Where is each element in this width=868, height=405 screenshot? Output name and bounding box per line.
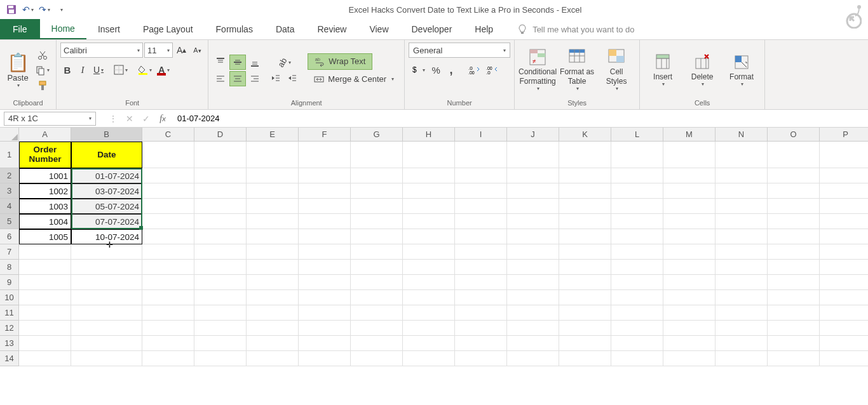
cell-A1[interactable]: Order Number [19,142,71,168]
tab-review[interactable]: Review [306,19,358,39]
row-header-5[interactable]: 5 [0,214,19,229]
tab-page-layout[interactable]: Page Layout [132,19,205,39]
increase-font-button[interactable]: A▴ [174,43,189,57]
decrease-indent-button[interactable] [268,71,283,85]
delete-cells-button[interactable]: Delete▾ [683,48,721,93]
format-cells-button[interactable]: Format▾ [722,48,761,93]
borders-button[interactable]: ▾ [111,63,130,77]
tab-view[interactable]: View [358,19,400,39]
cells-area[interactable]: Order Number Date 100101-07-2024 100203-… [19,142,868,366]
merge-center-button[interactable]: Merge & Center▾ [308,71,400,88]
align-bottom-button[interactable] [247,55,263,70]
font-size-select[interactable]: 11▾ [144,43,173,58]
undo-icon[interactable]: ↶▾ [22,3,34,16]
col-header-F[interactable]: F [299,128,351,142]
col-header-C[interactable]: C [142,128,194,142]
row-header-13[interactable]: 13 [0,336,19,351]
orientation-button[interactable]: ab▾ [275,56,293,70]
row-header-12[interactable]: 12 [0,321,19,336]
bold-button[interactable]: B [60,63,74,77]
save-icon[interactable] [5,3,18,16]
wrap-text-button[interactable]: abWrap Text [308,53,372,70]
copy-button[interactable]: ▾ [33,63,52,77]
align-right-button[interactable] [247,71,263,86]
col-header-M[interactable]: M [663,128,715,142]
tab-developer[interactable]: Developer [400,19,464,39]
formula-dropdown-icon[interactable]: ⋮ [105,112,121,126]
align-top-button[interactable] [212,55,229,70]
paste-button[interactable]: 📋 Paste ▾ [4,48,32,93]
enter-formula-button[interactable]: ✓ [138,112,154,126]
tab-data[interactable]: Data [264,19,306,39]
cell-B3[interactable]: 03-07-2024 [71,183,142,199]
cell-A2[interactable]: 1001 [19,168,71,183]
row-header-3[interactable]: 3 [0,183,19,199]
font-color-button[interactable]: A▾ [156,63,172,77]
col-header-E[interactable]: E [247,128,299,142]
col-header-N[interactable]: N [715,128,768,142]
col-header-A[interactable]: A [19,128,71,142]
insert-cells-button[interactable]: Insert▾ [644,48,682,93]
row-header-11[interactable]: 11 [0,305,19,321]
col-header-L[interactable]: L [611,128,663,142]
row-header-6[interactable]: 6 [0,229,19,244]
col-header-O[interactable]: O [768,128,820,142]
cell-B6[interactable]: 10-07-2024 [71,229,142,244]
conditional-formatting-button[interactable]: ≠Conditional Formatting▾ [519,48,557,93]
decrease-font-button[interactable]: A▾ [190,43,204,57]
italic-button[interactable]: I [76,63,90,77]
tab-formulas[interactable]: Formulas [205,19,264,39]
cell-A3[interactable]: 1002 [19,183,71,199]
ribbon-display-icon[interactable] [836,3,862,29]
format-as-table-button[interactable]: Format as Table▾ [558,48,596,93]
tab-help[interactable]: Help [463,19,505,39]
row-header-10[interactable]: 10 [0,290,19,305]
redo-icon[interactable]: ↷▾ [38,3,51,16]
row-header-1[interactable]: 1 [0,142,19,168]
col-header-K[interactable]: K [559,128,611,142]
col-header-P[interactable]: P [820,128,868,142]
row-header-8[interactable]: 8 [0,260,19,275]
spreadsheet-grid[interactable]: A B C D E F G H I J K L M N O P 1 2 3 4 … [0,128,868,405]
row-header-2[interactable]: 2 [0,168,19,183]
percent-button[interactable]: % [429,63,443,77]
cancel-formula-button[interactable]: ✕ [121,112,138,126]
font-name-select[interactable]: Calibri▾ [60,43,143,58]
col-header-D[interactable]: D [194,128,247,142]
align-left-button[interactable] [212,71,229,86]
align-center-button[interactable] [229,71,246,86]
col-header-B[interactable]: B [71,128,142,142]
increase-decimal-button[interactable]: .0.00 [466,63,482,77]
name-box[interactable]: 4R x 1C▾ [4,112,96,126]
row-header-9[interactable]: 9 [0,275,19,290]
number-format-select[interactable]: General▾ [409,43,510,58]
cell-A6[interactable]: 1005 [19,229,71,244]
qat-customize-icon[interactable]: ▾ [55,3,67,16]
cell-B4[interactable]: 05-07-2024 [71,199,142,214]
row-header-7[interactable]: 7 [0,244,19,260]
decrease-decimal-button[interactable]: .00.0 [484,63,500,77]
format-painter-button[interactable] [35,79,50,93]
comma-button[interactable]: , [444,63,458,77]
row-header-14[interactable]: 14 [0,351,19,366]
col-header-J[interactable]: J [507,128,559,142]
cell-styles-button[interactable]: Cell Styles▾ [597,48,635,93]
align-middle-button[interactable] [229,55,246,70]
col-header-I[interactable]: I [455,128,507,142]
tab-insert[interactable]: Insert [86,19,132,39]
insert-function-button[interactable]: fx [154,112,171,126]
cell-B5[interactable]: 07-07-2024 [71,214,142,229]
cell-B1[interactable]: Date [71,142,142,168]
fill-color-button[interactable]: ▾ [135,63,154,77]
row-header-4[interactable]: 4 [0,199,19,214]
tab-home[interactable]: Home [40,19,86,39]
cell-C1[interactable] [142,142,194,168]
cell-A5[interactable]: 1004 [19,214,71,229]
underline-button[interactable]: U▾ [91,63,106,77]
col-header-H[interactable]: H [403,128,455,142]
col-header-G[interactable]: G [351,128,403,142]
cut-button[interactable] [35,48,50,62]
increase-indent-button[interactable] [285,71,300,85]
accounting-format-button[interactable]: $▾ [409,63,428,77]
cell-A4[interactable]: 1003 [19,199,71,214]
